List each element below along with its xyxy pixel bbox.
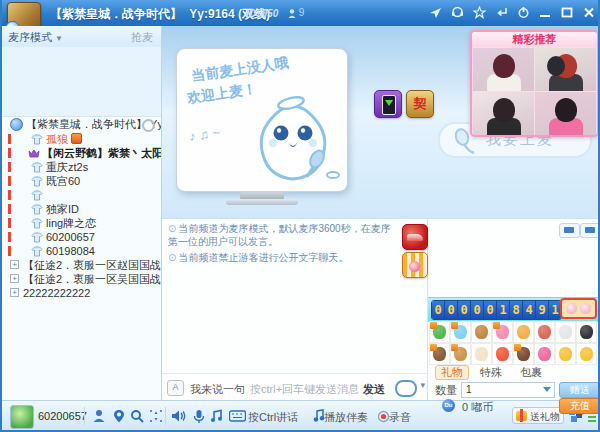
gift-item-beer[interactable] <box>513 321 534 343</box>
minimize-button[interactable] <box>538 4 552 20</box>
tshirt-icon <box>31 162 43 173</box>
gift-item-bomb[interactable] <box>576 321 597 343</box>
gift-send-button[interactable]: 赠送 <box>559 382 600 398</box>
tree-channel-row[interactable]: +【征途2．衷服一区赵国国战频道】 <box>2 258 161 272</box>
channel-home-icon <box>10 118 23 131</box>
gift-item-shrimp[interactable] <box>492 321 513 343</box>
chat-input[interactable]: 我来说一句 <box>190 382 245 397</box>
bullet-icon: ⊙ <box>168 223 176 234</box>
tree-member-row[interactable]: 重庆zt2s <box>2 160 161 174</box>
price-badge-icon <box>451 322 458 329</box>
music-notes: ♪ ♫ ~ <box>188 125 221 144</box>
gift-tab-2[interactable]: 特殊 <box>480 365 502 380</box>
mic-order-bar <box>8 162 11 172</box>
avatar[interactable] <box>10 405 34 429</box>
cam-duo[interactable] <box>535 48 596 91</box>
counter-digit: 4 <box>523 301 536 319</box>
counter-digit: 8 <box>510 301 523 319</box>
gift-grid <box>429 321 597 365</box>
crown-icon <box>28 148 40 159</box>
bullet-icon: ⊙ <box>168 252 176 263</box>
expand-icon[interactable]: + <box>10 274 19 283</box>
sort-updown-icon[interactable] <box>147 407 165 425</box>
ghost-mascot <box>243 85 343 189</box>
tree-channel-row[interactable]: +22222222222 <box>2 286 161 300</box>
speaker-icon[interactable] <box>170 407 188 425</box>
car-game-icon[interactable] <box>402 224 428 250</box>
figure-head <box>493 98 515 122</box>
font-format-icon[interactable]: A <box>167 380 184 396</box>
gift-item-robot[interactable] <box>555 321 576 343</box>
keyboard-icon[interactable] <box>228 407 246 425</box>
tree-member-row[interactable]: 既宫60 <box>2 174 161 188</box>
gift-item-tomato[interactable] <box>492 343 513 365</box>
cam-girl-3[interactable] <box>535 92 596 135</box>
gift-image <box>517 325 530 339</box>
close-button[interactable] <box>582 4 596 20</box>
tree-member-row[interactable]: 【闲云野鹤】紫禁丶太阳 <box>2 146 161 160</box>
recharge-button[interactable]: 充值 <box>559 398 600 414</box>
gift-item-deer[interactable] <box>471 321 492 343</box>
tree-member-row[interactable] <box>2 188 161 202</box>
counter-mascot-icon[interactable] <box>560 298 597 319</box>
mobile-app-icon[interactable] <box>374 90 402 118</box>
figure-head <box>547 56 565 76</box>
gift-item-clover[interactable] <box>429 321 450 343</box>
enter-arrow-icon[interactable] <box>494 4 508 20</box>
gift-image <box>475 325 488 339</box>
gift-item-cake[interactable] <box>429 343 450 365</box>
location-pin-icon[interactable] <box>110 407 128 425</box>
gift-item-gold-star-2[interactable] <box>576 343 597 365</box>
gift-item-gold-star[interactable] <box>555 343 576 365</box>
cam-girl-1[interactable] <box>473 48 534 91</box>
tree-member-row[interactable]: 60198084 <box>2 244 161 258</box>
system-message-text: 当前频道为麦序模式，默认麦序3600秒，在麦序第一位的用户可以发言。 <box>168 223 391 247</box>
gift-tab-3[interactable]: 包裹 <box>520 365 542 380</box>
treasure-box-icon[interactable]: 契 <box>406 90 434 118</box>
download-arrow-icon <box>385 100 393 110</box>
buddy-icon[interactable] <box>90 407 108 425</box>
mic-mode-dropdown[interactable]: 麦序模式 ▼ <box>8 30 63 45</box>
shop-icon[interactable] <box>402 252 428 278</box>
tree-channel-row[interactable]: +【征途2．衷服一区吴国国战频道】 <box>2 272 161 286</box>
push-to-talk-label[interactable]: 按Ctrl讲话 <box>248 410 298 425</box>
quantity-label: 数量 <box>435 383 457 398</box>
expand-icon[interactable]: + <box>10 260 19 269</box>
sound-settings-icon[interactable] <box>208 407 226 425</box>
mic-queue-area <box>2 47 161 117</box>
favorite-star-icon[interactable] <box>472 4 486 20</box>
tree-root-row[interactable]: 【紫禁皇城．战争时代】 Yy:91... <box>2 116 161 132</box>
search-icon[interactable] <box>128 407 146 425</box>
microphone-icon[interactable] <box>190 407 208 425</box>
gift-item-chocolate[interactable] <box>513 343 534 365</box>
tree-member-row[interactable]: ling牌之恋 <box>2 216 161 230</box>
expand-icon[interactable]: + <box>10 288 19 297</box>
tree-member-row[interactable]: 孤狼 <box>2 132 161 146</box>
mic-order-bar <box>8 204 11 214</box>
mini-video-button[interactable] <box>559 223 580 238</box>
video-panel-title: 精彩推荐 <box>472 32 597 47</box>
tree-member-row[interactable]: 60200657 <box>2 230 161 244</box>
mic-mode-toolbar: 麦序模式 ▼ 抢麦 <box>2 26 161 48</box>
maximize-button[interactable] <box>560 4 574 20</box>
tree-channel-label: 【征途2．衷服一区赵国国战频道】 <box>23 259 161 271</box>
power-icon[interactable] <box>516 4 530 20</box>
cam-girl-2[interactable] <box>473 92 534 135</box>
record-label[interactable]: 录音 <box>389 410 411 425</box>
share-icon[interactable] <box>428 4 442 20</box>
mini-member-button[interactable] <box>580 223 600 238</box>
send-button[interactable]: 发送 <box>363 382 385 397</box>
gift-item-drumstick[interactable] <box>450 343 471 365</box>
quantity-select[interactable]: 1 <box>461 382 555 398</box>
grab-mic-button[interactable]: 抢麦 <box>131 30 153 45</box>
headset-icon[interactable] <box>450 4 464 20</box>
accompaniment-label[interactable]: 播放伴奏 <box>324 410 368 425</box>
gift-item-lips[interactable] <box>534 343 555 365</box>
gift-image <box>538 325 551 339</box>
gift-item-cupid-arrow[interactable] <box>534 321 555 343</box>
tree-member-row[interactable]: 独家ID <box>2 202 161 216</box>
gift-tab-1[interactable]: 礼物 <box>435 365 469 380</box>
gift-item-egg[interactable] <box>471 343 492 365</box>
gift-item-water-sprite[interactable] <box>450 321 471 343</box>
chat-bubble-icon[interactable] <box>395 380 417 397</box>
